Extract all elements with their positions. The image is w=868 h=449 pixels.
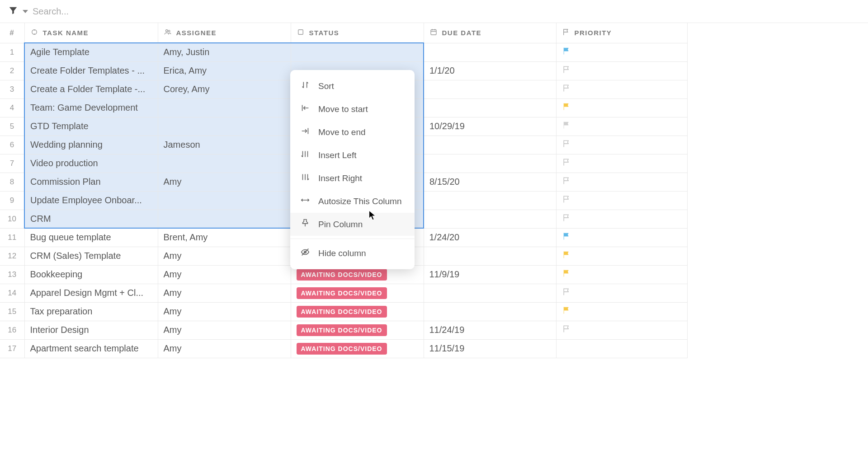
row-number: 9 (0, 191, 24, 210)
priority-cell[interactable] (556, 117, 687, 136)
table-row[interactable]: 1Agile TemplateAmy, Justin (0, 43, 687, 61)
due-date-cell[interactable]: 10/29/19 (424, 117, 556, 136)
due-date-cell[interactable] (424, 210, 556, 228)
due-date-cell[interactable] (424, 43, 556, 61)
task-name-cell[interactable]: Commission Plan (24, 173, 158, 191)
priority-cell[interactable] (556, 154, 687, 173)
assignee-cell[interactable]: Amy (158, 265, 291, 284)
assignee-cell[interactable] (158, 191, 291, 210)
task-name-cell[interactable]: CRM (24, 210, 158, 228)
priority-cell[interactable] (556, 302, 687, 321)
priority-cell[interactable] (556, 136, 687, 154)
table-row[interactable]: 15Tax preparationAmyAWAITING DOCS/VIDEO (0, 302, 687, 321)
due-date-cell[interactable] (424, 191, 556, 210)
due-date-cell[interactable] (424, 247, 556, 265)
status-cell[interactable]: AWAITING DOCS/VIDEO (291, 284, 424, 302)
assignee-cell[interactable]: Amy (158, 302, 291, 321)
menu-item-move-to-end[interactable]: Move to end (290, 121, 415, 144)
priority-cell[interactable] (556, 265, 687, 284)
due-date-cell[interactable]: 11/24/19 (424, 321, 556, 339)
assignee-cell[interactable]: Jameson (158, 136, 291, 154)
due-date-cell[interactable] (424, 136, 556, 154)
search-input[interactable] (33, 6, 168, 17)
menu-item-sort[interactable]: Sort (290, 75, 415, 98)
task-name-cell[interactable]: Create Folder Templates - ... (24, 61, 158, 80)
table-row[interactable]: 16Interior DesignAmyAWAITING DOCS/VIDEO1… (0, 321, 687, 339)
assignee-cell[interactable]: Corey, Amy (158, 80, 291, 98)
due-date-cell[interactable]: 11/15/19 (424, 339, 556, 358)
due-date-cell[interactable]: 8/15/20 (424, 173, 556, 191)
assignee-cell[interactable]: Amy (158, 339, 291, 358)
priority-cell[interactable] (556, 228, 687, 247)
priority-cell[interactable] (556, 61, 687, 80)
priority-cell[interactable] (556, 210, 687, 228)
task-name-cell[interactable]: Update Employee Onboar... (24, 191, 158, 210)
menu-item-insert-right[interactable]: Insert Right (290, 167, 415, 190)
column-header-task-name[interactable]: TASK NAME (24, 23, 158, 43)
menu-item-autosize-column[interactable]: Autosize This Column (290, 190, 415, 213)
due-date-cell[interactable]: 1/1/20 (424, 61, 556, 80)
priority-cell[interactable] (556, 98, 687, 117)
menu-item-insert-left[interactable]: Insert Left (290, 144, 415, 167)
assignee-cell[interactable]: Amy, Justin (158, 43, 291, 61)
filter-dropdown-caret-icon[interactable] (23, 10, 28, 13)
column-header-assignee[interactable]: ASSIGNEE (158, 23, 291, 43)
priority-cell[interactable] (556, 191, 687, 210)
assignee-cell[interactable]: Amy (158, 321, 291, 339)
menu-item-label: Sort (318, 81, 334, 91)
assignee-cell[interactable] (158, 154, 291, 173)
status-cell[interactable] (291, 43, 424, 61)
priority-cell[interactable] (556, 284, 687, 302)
column-header-priority[interactable]: PRIORITY (556, 23, 687, 43)
priority-cell[interactable] (556, 339, 687, 358)
assignee-cell[interactable]: Amy (158, 247, 291, 265)
due-date-cell[interactable] (424, 98, 556, 117)
task-name-cell[interactable]: Apparel Design Mgmt + Cl... (24, 284, 158, 302)
task-name-cell[interactable]: Video production (24, 154, 158, 173)
column-header-status[interactable]: STATUS (291, 23, 424, 43)
due-date-cell[interactable] (424, 154, 556, 173)
task-name-cell[interactable]: Create a Folder Template -... (24, 80, 158, 98)
menu-item-hide-column[interactable]: Hide column (290, 242, 415, 265)
priority-cell[interactable] (556, 173, 687, 191)
task-name-cell[interactable]: Wedding planning (24, 136, 158, 154)
autosize-icon (300, 195, 310, 207)
task-name-cell[interactable]: Team: Game Development (24, 98, 158, 117)
task-name-cell[interactable]: Apartment search template (24, 339, 158, 358)
task-name-cell[interactable]: Interior Design (24, 321, 158, 339)
table-row[interactable]: 14Apparel Design Mgmt + Cl...AmyAWAITING… (0, 284, 687, 302)
task-name-cell[interactable]: CRM (Sales) Template (24, 247, 158, 265)
column-header-due-date[interactable]: DUE DATE (424, 23, 556, 43)
task-name-cell[interactable]: GTD Template (24, 117, 158, 136)
assignee-cell[interactable]: Amy (158, 173, 291, 191)
assignee-cell[interactable] (158, 98, 291, 117)
assignee-cell[interactable] (158, 210, 291, 228)
priority-cell[interactable] (556, 80, 687, 98)
assignee-cell[interactable] (158, 117, 291, 136)
due-date-cell[interactable] (424, 302, 556, 321)
task-name-cell[interactable]: Bug queue template (24, 228, 158, 247)
priority-cell[interactable] (556, 43, 687, 61)
column-header-label: STATUS (309, 29, 340, 37)
filter-icon[interactable] (8, 5, 18, 18)
column-header-number[interactable]: # (0, 23, 24, 43)
priority-cell[interactable] (556, 321, 687, 339)
menu-item-move-to-start[interactable]: Move to start (290, 98, 415, 121)
status-cell[interactable]: AWAITING DOCS/VIDEO (291, 339, 424, 358)
task-name-cell[interactable]: Bookkeeping (24, 265, 158, 284)
priority-cell[interactable] (556, 247, 687, 265)
due-date-cell[interactable]: 1/24/20 (424, 228, 556, 247)
assignee-cell[interactable]: Erica, Amy (158, 61, 291, 80)
status-cell[interactable]: AWAITING DOCS/VIDEO (291, 302, 424, 321)
table-row[interactable]: 17Apartment search templateAmyAWAITING D… (0, 339, 687, 358)
due-date-cell[interactable]: 11/9/19 (424, 265, 556, 284)
status-cell[interactable]: AWAITING DOCS/VIDEO (291, 321, 424, 339)
assignee-cell[interactable]: Amy (158, 284, 291, 302)
menu-item-pin-column[interactable]: Pin Column (290, 213, 415, 236)
task-name-cell[interactable]: Agile Template (24, 43, 158, 61)
task-name-cell[interactable]: Tax preparation (24, 302, 158, 321)
due-date-cell[interactable] (424, 80, 556, 98)
assignee-cell[interactable]: Brent, Amy (158, 228, 291, 247)
due-date-cell[interactable] (424, 284, 556, 302)
priority-flag-icon (562, 120, 571, 132)
